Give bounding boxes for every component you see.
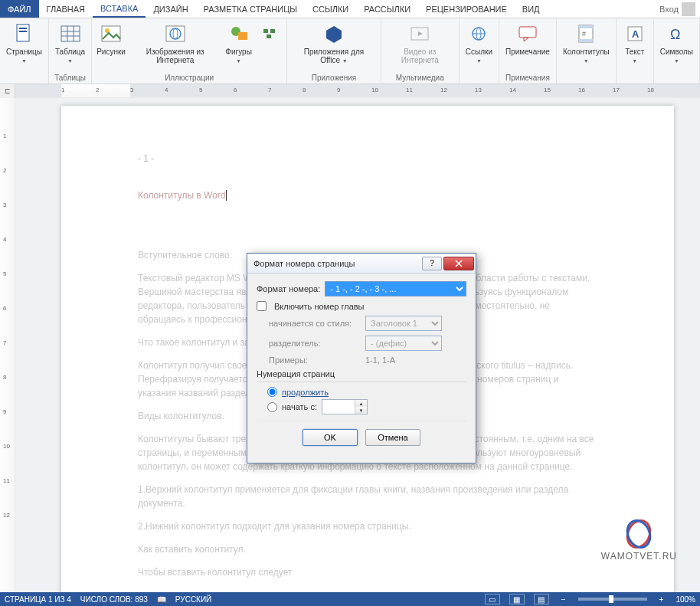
links-button[interactable]: Ссылки▼ bbox=[463, 20, 496, 82]
watermark-logo-icon bbox=[623, 519, 654, 549]
svg-rect-16 bbox=[270, 29, 275, 33]
menu-tabs: ФАЙЛ ГЛАВНАЯ ВСТАВКА ДИЗАЙН РАЗМЕТКА СТР… bbox=[0, 0, 700, 18]
view-web-button[interactable]: ▤ bbox=[534, 594, 549, 604]
svg-text:A: A bbox=[632, 28, 639, 40]
spin-up-icon[interactable]: ▲ bbox=[355, 400, 367, 407]
svg-text:Ω: Ω bbox=[670, 27, 680, 42]
vertical-ruler[interactable]: 123456789101112 bbox=[0, 98, 15, 592]
pictures-button[interactable]: Рисунки bbox=[95, 20, 127, 74]
svg-marker-18 bbox=[326, 26, 342, 43]
text-button[interactable]: A Текст▼ bbox=[620, 20, 650, 82]
horizontal-ruler[interactable]: 123456789101112131415161718 bbox=[15, 84, 700, 97]
svg-rect-1 bbox=[19, 28, 27, 29]
continue-radio[interactable] bbox=[267, 387, 277, 397]
headers-footers-button[interactable]: # Колонтитулы▼ bbox=[560, 20, 613, 82]
ruler-row: ⊏ 123456789101112131415161718 bbox=[0, 84, 700, 98]
ribbon: Страницы▼ Таблица▼ Таблицы Рисунки Изобр… bbox=[0, 18, 700, 84]
separator-label: разделитель: bbox=[269, 339, 361, 348]
view-print-button[interactable]: ▦ bbox=[509, 594, 525, 604]
svg-rect-3 bbox=[61, 26, 80, 41]
page-number-format-dialog: Формат номера страницы ? Формат номера: … bbox=[247, 253, 476, 464]
zoom-slider[interactable] bbox=[578, 598, 647, 601]
close-icon bbox=[454, 260, 463, 267]
svg-rect-8 bbox=[102, 26, 120, 41]
dialog-title: Формат номера страницы bbox=[254, 259, 422, 268]
comment-icon bbox=[515, 21, 540, 46]
start-from-radio[interactable] bbox=[267, 402, 277, 412]
zoom-in-button[interactable]: + bbox=[656, 595, 667, 604]
zoom-out-button[interactable]: − bbox=[558, 595, 569, 604]
document-title: Колонтитулы в Word bbox=[138, 188, 597, 202]
tab-page-layout[interactable]: РАЗМЕТКА СТРАНИЦЫ bbox=[196, 0, 305, 18]
svg-marker-25 bbox=[524, 38, 528, 41]
format-label: Формат номера: bbox=[257, 284, 320, 293]
start-from-spinner[interactable]: ▲▼ bbox=[322, 399, 368, 414]
doc-paragraph: 2.Нижний колонтитул подходит для указани… bbox=[138, 519, 597, 533]
zoom-value[interactable]: 100% bbox=[675, 595, 695, 604]
avatar-icon bbox=[682, 2, 695, 16]
start-from-input[interactable] bbox=[322, 400, 355, 414]
status-language[interactable]: РУССКИЙ bbox=[175, 595, 211, 604]
doc-paragraph: 1.Верхний колонтитул применяется для фик… bbox=[138, 483, 597, 510]
picture-icon bbox=[99, 21, 123, 46]
svg-rect-17 bbox=[267, 34, 271, 38]
svg-point-34 bbox=[623, 519, 654, 549]
tab-design[interactable]: ДИЗАЙН bbox=[146, 0, 195, 18]
smartart-icon bbox=[257, 21, 282, 46]
shapes-button[interactable]: Фигуры▼ bbox=[224, 20, 254, 74]
tab-references[interactable]: ССЫЛКИ bbox=[305, 0, 356, 18]
link-icon bbox=[466, 21, 491, 46]
doc-paragraph: Как вставить колонтитул. bbox=[138, 542, 597, 556]
svg-rect-14 bbox=[238, 32, 247, 40]
online-video-button: Видео из Интернета bbox=[384, 20, 456, 74]
table-icon bbox=[58, 21, 83, 46]
tab-mailings[interactable]: РАССЫЛКИ bbox=[356, 0, 418, 18]
svg-rect-15 bbox=[263, 29, 268, 33]
online-pictures-button[interactable]: Изображения из Интернета bbox=[129, 20, 222, 74]
svg-rect-27 bbox=[579, 25, 593, 28]
view-read-button[interactable]: ▭ bbox=[485, 594, 500, 604]
tab-view[interactable]: ВИД bbox=[515, 0, 548, 18]
tab-review[interactable]: РЕЦЕНЗИРОВАНИЕ bbox=[418, 0, 515, 18]
ok-button[interactable]: OK bbox=[303, 429, 358, 446]
status-proofing-icon[interactable]: 📖 bbox=[157, 595, 166, 604]
table-button[interactable]: Таблица▼ bbox=[52, 20, 88, 74]
smartart-button[interactable] bbox=[256, 20, 284, 74]
tab-home[interactable]: ГЛАВНАЯ bbox=[39, 0, 93, 18]
office-apps-icon bbox=[322, 21, 346, 46]
number-format-select[interactable]: - 1 -, - 2 -, - 3 -, ... bbox=[325, 281, 466, 296]
doc-paragraph: Чтобы вставить колонтитул следует bbox=[138, 565, 597, 579]
examples-value: 1-1, 1-A bbox=[365, 355, 395, 365]
symbol-icon: Ω bbox=[664, 21, 689, 46]
symbols-button[interactable]: Ω Символы▼ bbox=[657, 20, 696, 82]
status-words[interactable]: ЧИСЛО СЛОВ: 893 bbox=[80, 595, 148, 604]
svg-rect-28 bbox=[579, 39, 593, 42]
comment-button[interactable]: Примечание bbox=[502, 20, 553, 74]
start-from-label: начать с: bbox=[282, 402, 317, 411]
pages-icon bbox=[11, 21, 36, 46]
include-chapter-checkbox[interactable] bbox=[257, 301, 267, 311]
spin-down-icon[interactable]: ▼ bbox=[355, 407, 367, 414]
svg-rect-2 bbox=[19, 31, 27, 32]
help-button[interactable]: ? bbox=[422, 257, 442, 270]
office-apps-button[interactable]: Приложения для Office ▼ bbox=[290, 20, 378, 74]
close-button[interactable] bbox=[443, 257, 474, 270]
starts-style-label: начинается со стиля: bbox=[269, 319, 361, 328]
ruler-corner: ⊏ bbox=[0, 84, 15, 98]
svg-marker-20 bbox=[418, 31, 423, 36]
svg-rect-0 bbox=[17, 25, 29, 41]
svg-rect-24 bbox=[519, 27, 536, 38]
cancel-button[interactable]: Отмена bbox=[365, 429, 420, 446]
numbering-group-title: Нумерация страниц bbox=[257, 369, 466, 378]
watermark: WamOtvet.ru bbox=[601, 519, 677, 562]
include-chapter-label: Включить номер главы bbox=[274, 302, 365, 311]
tab-insert[interactable]: ВСТАВКА bbox=[93, 0, 146, 18]
video-icon bbox=[407, 21, 432, 46]
dialog-titlebar[interactable]: Формат номера страницы ? bbox=[247, 254, 476, 274]
status-page[interactable]: СТРАНИЦА 1 ИЗ 4 bbox=[5, 595, 71, 604]
text-icon: A bbox=[623, 21, 647, 46]
login-link[interactable]: Вход bbox=[655, 0, 700, 18]
status-bar: СТРАНИЦА 1 ИЗ 4 ЧИСЛО СЛОВ: 893 📖 РУССКИ… bbox=[0, 592, 700, 606]
tab-file[interactable]: ФАЙЛ bbox=[0, 0, 39, 18]
pages-button[interactable]: Страницы▼ bbox=[3, 20, 45, 82]
